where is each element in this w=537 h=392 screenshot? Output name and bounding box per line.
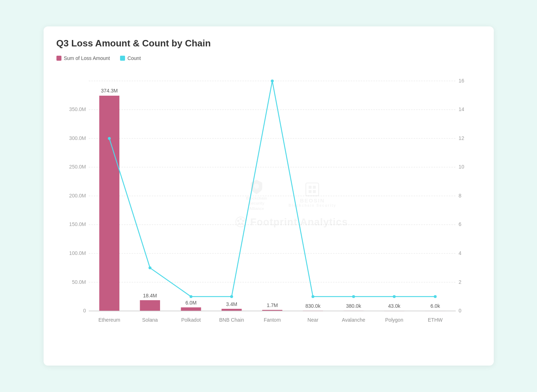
svg-text:43.0k: 43.0k <box>388 303 401 309</box>
chart-area: BlockchainSecurityAlliance BEOSIN Blockc… <box>56 67 481 339</box>
loss-swatch <box>56 56 61 61</box>
legend-count-label: Count <box>128 55 141 61</box>
svg-text:200.0M: 200.0M <box>69 193 86 198</box>
count-dot-bnbchain <box>230 295 233 298</box>
legend-count: Count <box>120 55 141 61</box>
svg-text:250.0M: 250.0M <box>69 164 86 170</box>
svg-text:6.0k: 6.0k <box>430 303 440 309</box>
xlabel-solana: Solana <box>142 317 158 323</box>
count-dot-near <box>311 295 314 298</box>
bar-ethereum <box>99 96 119 311</box>
svg-text:0: 0 <box>458 308 461 313</box>
count-dot-avalanche <box>352 295 355 298</box>
legend-loss: Sum of Loss Amount <box>56 55 110 61</box>
bar-bnbchain <box>222 309 242 311</box>
count-dot-ethereum <box>108 137 110 140</box>
count-dot-polygon <box>393 295 396 298</box>
chart-title: Q3 Loss Amount & Count by Chain <box>56 38 481 49</box>
count-swatch <box>120 56 125 61</box>
svg-text:12: 12 <box>458 135 464 141</box>
count-dot-polkadot <box>189 295 192 298</box>
xlabel-ethereum: Ethereum <box>98 317 120 323</box>
svg-text:2: 2 <box>458 279 461 285</box>
svg-text:18.4M: 18.4M <box>143 293 157 298</box>
svg-text:14: 14 <box>458 106 464 112</box>
bar-solana <box>140 300 160 311</box>
svg-text:380.0k: 380.0k <box>346 303 361 309</box>
svg-text:374.3M: 374.3M <box>101 88 118 94</box>
svg-text:16: 16 <box>458 78 464 84</box>
xlabel-bnbchain: BNB Chain <box>219 317 244 323</box>
xlabel-avalanche: Avalanche <box>342 317 365 323</box>
xlabel-near: Near <box>307 317 318 323</box>
chart-svg: 0 50.0M 100.0M 150.0M 200.0M 250.0M 300.… <box>56 67 481 339</box>
svg-text:300.0M: 300.0M <box>69 135 86 141</box>
xlabel-fantom: Fantom <box>264 317 281 323</box>
legend: Sum of Loss Amount Count <box>56 55 481 61</box>
xlabel-polkadot: Polkadot <box>181 317 201 323</box>
legend-loss-label: Sum of Loss Amount <box>64 55 110 61</box>
svg-text:6: 6 <box>458 221 461 227</box>
svg-text:6.0M: 6.0M <box>185 300 196 306</box>
count-line <box>109 81 435 297</box>
count-dot-fantom <box>271 80 274 82</box>
svg-text:150.0M: 150.0M <box>69 221 86 227</box>
count-dot-solana <box>148 266 151 269</box>
xlabel-ethw: ETHW <box>428 317 443 323</box>
bar-polkadot <box>181 307 201 311</box>
svg-text:100.0M: 100.0M <box>69 250 86 256</box>
svg-text:8: 8 <box>458 193 461 198</box>
svg-text:350.0M: 350.0M <box>69 106 86 112</box>
svg-text:1.7M: 1.7M <box>267 302 278 308</box>
svg-text:50.0M: 50.0M <box>72 279 86 285</box>
svg-text:830.0k: 830.0k <box>305 303 320 309</box>
svg-text:4: 4 <box>458 250 461 256</box>
svg-text:0: 0 <box>83 308 86 313</box>
svg-text:3.4M: 3.4M <box>226 301 237 307</box>
xlabel-polygon: Polygon <box>385 317 403 323</box>
count-dot-ethw <box>434 295 437 298</box>
chart-card: Q3 Loss Amount & Count by Chain Sum of L… <box>44 26 494 366</box>
svg-text:10: 10 <box>458 164 464 170</box>
